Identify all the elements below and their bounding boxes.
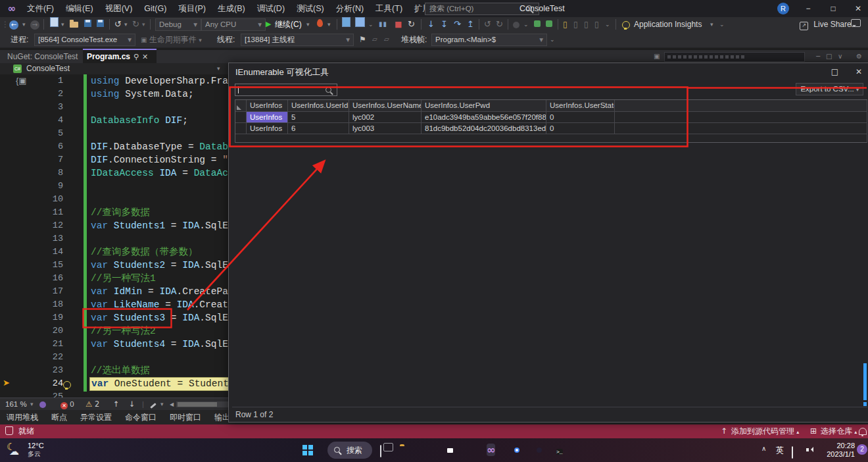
break-all-button[interactable]: ▮▮ [379, 17, 387, 32]
code-text[interactable]: //查询多数据（带参数） [91, 245, 197, 259]
clock[interactable]: 20:28 2023/1/1 [821, 442, 855, 459]
breadcrumb-project[interactable]: ConsoleTest [26, 63, 70, 74]
select-repository-button[interactable]: 选择仓库 ▴ [821, 424, 857, 439]
grid-corner-cell[interactable] [235, 100, 247, 112]
export-to-csv-button[interactable]: Export to CSV... ▾ [796, 83, 863, 95]
redo-button[interactable]: ↻ [132, 17, 139, 32]
taskbar-search[interactable]: 搜索 [327, 442, 372, 459]
menu-item-Git(G)[interactable]: Git(G) [138, 0, 172, 17]
panel-tab-命令窗口[interactable]: 命令窗口 [118, 410, 163, 424]
code-text[interactable]: using DeveloperSharp.Frame [91, 74, 239, 88]
solution-config-combo[interactable]: Debug▾ [155, 18, 201, 31]
code-text[interactable]: var LikeName = IDA.CreateP [91, 298, 239, 311]
app-insights-button[interactable]: Application Insights [634, 17, 702, 32]
zoom-dropdown-icon[interactable]: ▾ [30, 398, 34, 411]
stack-frame-combo[interactable]: Program.<Main>$▾ [431, 34, 547, 46]
task-view-button[interactable] [380, 446, 381, 462]
hot-reload-button[interactable] [317, 17, 323, 32]
menu-item-视图(V)[interactable]: 视图(V) [99, 0, 139, 17]
code-text[interactable]: DIF.ConnectionString = "Se [91, 153, 239, 167]
grid-header-UserInfos.UserState[interactable]: UserInfos.UserState [546, 100, 615, 112]
panel-field[interactable] [664, 52, 805, 62]
lifecycle-events-button[interactable]: ▣ 生命周期事件 ▾ [141, 32, 202, 48]
visual-studio-button[interactable]: ∞ [487, 442, 495, 462]
toggle-bookmark-button[interactable]: ▯ [563, 17, 567, 32]
close-button[interactable]: ✕ [847, 0, 868, 17]
redo-dropdown[interactable]: ▾ [142, 17, 145, 32]
menu-item-项目(P)[interactable]: 项目(P) [172, 0, 212, 17]
panel-tab-断点[interactable]: 断点 [45, 410, 74, 424]
code-text[interactable]: IDataAccess IDA = DataAcce [91, 167, 239, 180]
terminal-button[interactable]: >_ [556, 444, 563, 462]
menu-item-文件(F)[interactable]: 文件(F) [21, 0, 60, 17]
panel-minimize-icon[interactable]: − [815, 51, 821, 61]
grid-cell[interactable]: e10adc3949ba59abbe56e057f20f883e [422, 112, 546, 123]
panel-chevron-icon[interactable]: ∨ [838, 51, 842, 61]
grid-header-UserInfos.UserId[interactable]: UserInfos.UserId [288, 100, 349, 112]
window-layout-button[interactable] [355, 17, 365, 32]
horizontal-scrollbar[interactable] [176, 401, 231, 407]
close-tab-icon[interactable]: ✕ [142, 53, 148, 61]
code-cleanup-button[interactable] [150, 398, 157, 411]
feedback-button[interactable] [851, 17, 861, 32]
prev-bookmark-button[interactable]: ▯ [573, 17, 578, 32]
menu-item-分析(N)[interactable]: 分析(N) [330, 0, 370, 17]
code-text[interactable]: //另一种写法1 [91, 272, 156, 285]
code-text[interactable]: var Students4 = IDA.SqlExe [91, 338, 239, 351]
thread-combo[interactable]: [13884] 主线程▾ [241, 34, 354, 46]
open-containing-docs-button[interactable] [342, 17, 350, 32]
flag-threads-icon[interactable]: ⚑ [359, 32, 366, 47]
grid-header-UserInfos.UserPwd[interactable]: UserInfos.UserPwd [422, 100, 546, 112]
open-file-button[interactable] [70, 17, 78, 32]
notifications-bell-icon[interactable] [859, 424, 867, 438]
grid-cell[interactable]: 0 [546, 123, 615, 134]
save-button[interactable] [84, 17, 91, 32]
grid-header-UserInfos[interactable]: UserInfos [247, 100, 288, 112]
grid-cell[interactable]: 6 [288, 123, 349, 134]
menu-item-编辑(E)[interactable]: 编辑(E) [60, 0, 99, 17]
menu-item-调试(D)[interactable]: 调试(D) [251, 0, 291, 17]
debugbar-overflow[interactable]: ⌄ [550, 32, 555, 47]
grid-cell[interactable]: 0 [546, 112, 615, 123]
health-indicator-icon[interactable] [39, 398, 46, 411]
continue-play-icon[interactable]: ▶ [266, 17, 271, 32]
visualizer-search-input[interactable] [235, 84, 337, 96]
breakpoints-button[interactable] [513, 17, 519, 32]
grid-row-header[interactable] [235, 112, 247, 123]
undo-button[interactable]: ↺ [114, 17, 122, 32]
panel-tab-即时窗口[interactable]: 即时窗口 [163, 410, 208, 424]
continue-button[interactable]: 继续(C) [275, 17, 302, 32]
code-text[interactable]: var Students3 = IDA.SqlExe [91, 311, 239, 324]
code-text[interactable]: //查询多数据 [91, 206, 150, 219]
panel-tab-调用堆栈[interactable]: 调用堆栈 [0, 410, 45, 424]
network-icon[interactable] [792, 447, 793, 462]
app-insights-dropdown[interactable]: ▾ [710, 17, 713, 32]
minimize-button[interactable]: − [797, 0, 819, 17]
panel-dock-icon[interactable]: □ [826, 51, 832, 61]
menu-item-工具(T)[interactable]: 工具(T) [370, 0, 408, 17]
account-avatar[interactable]: R [777, 3, 789, 14]
step-out-button[interactable]: ↥ [467, 17, 474, 32]
code-text[interactable]: var Students1 = IDA.SqlExe [91, 219, 239, 232]
intellitrace-forward-button[interactable] [546, 17, 552, 32]
breadcrumb-dropdown-icon[interactable]: ▾ [217, 63, 220, 74]
scrollbar-thumb[interactable] [863, 363, 867, 400]
menu-item-生成(B)[interactable]: 生成(B) [212, 0, 251, 17]
code-text[interactable]: var OneStudent = Students2 [89, 377, 237, 391]
code-text[interactable]: using System.Data; [91, 88, 194, 101]
code-text[interactable]: var Students2 = IDA.SqlExe [91, 259, 239, 272]
grid-cell[interactable]: 81dc9bdb52d04dc20036dbd8313ed055 [422, 123, 546, 134]
flagged-only-icon[interactable]: ▱ [372, 32, 377, 47]
grid-cell[interactable]: UserInfos [247, 123, 288, 134]
navigate-back-button[interactable]: ← [9, 17, 18, 32]
continue-dropdown[interactable]: ▾ [306, 17, 310, 32]
language-indicator[interactable]: 英 [776, 445, 784, 462]
step-into-button[interactable]: ↧ [441, 17, 448, 32]
code-text[interactable]: DatabaseInfo DIF; [91, 114, 188, 127]
next-bookmark-button[interactable]: ▯ [584, 17, 589, 32]
grid-row-header[interactable] [235, 123, 247, 134]
tray-chevron-icon[interactable]: ∧ [761, 445, 766, 462]
weather-text[interactable]: 12°C 多云 [28, 442, 44, 462]
code-text[interactable]: var IdMin = IDA.CreatePara [91, 285, 239, 298]
show-next-statement-button[interactable]: ↓ [427, 17, 435, 32]
